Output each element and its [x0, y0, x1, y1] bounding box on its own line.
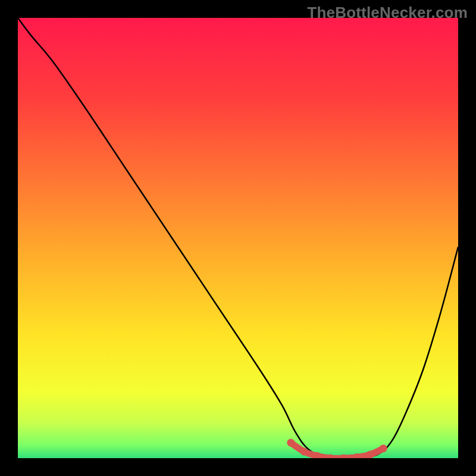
- highlight-dot: [287, 439, 295, 447]
- chart-frame: TheBottleNecker.com: [0, 0, 476, 476]
- watermark-text: TheBottleNecker.com: [307, 4, 468, 22]
- highlight-dot: [300, 447, 308, 455]
- plot-area: [18, 18, 458, 458]
- chart-svg: [18, 18, 458, 458]
- gradient-rect: [18, 18, 458, 458]
- highlight-dot: [367, 451, 374, 458]
- highlight-dot: [380, 444, 387, 452]
